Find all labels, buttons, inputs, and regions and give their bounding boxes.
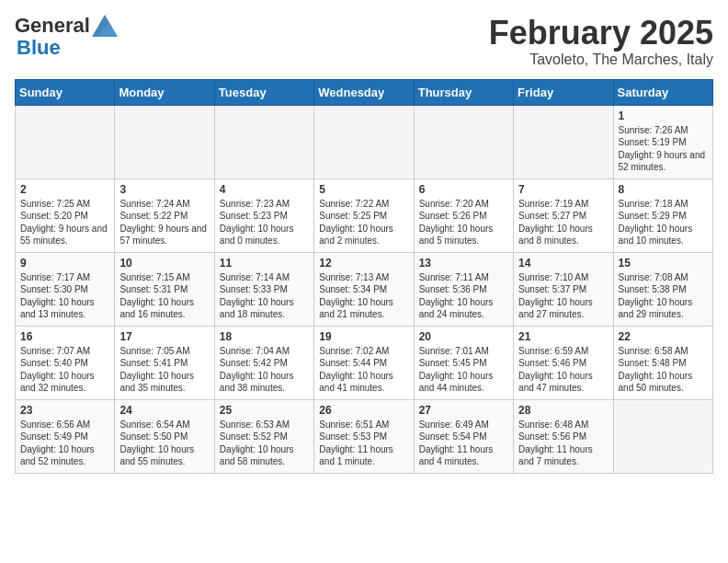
calendar-cell: [115, 105, 214, 178]
calendar-cell: 4Sunrise: 7:23 AM Sunset: 5:23 PM Daylig…: [214, 178, 313, 252]
day-info: Sunrise: 7:26 AM Sunset: 5:19 PM Dayligh…: [619, 124, 708, 174]
calendar-cell: 18Sunrise: 7:04 AM Sunset: 5:42 PM Dayli…: [214, 326, 313, 399]
logo-icon: [92, 15, 118, 37]
calendar-cell: [414, 105, 513, 178]
calendar-week-4: 16Sunrise: 7:07 AM Sunset: 5:40 PM Dayli…: [16, 326, 713, 399]
calendar-title: February 2025: [489, 15, 713, 52]
calendar-cell: 27Sunrise: 6:49 AM Sunset: 5:54 PM Dayli…: [414, 399, 513, 473]
day-number: 4: [220, 183, 309, 196]
day-info: Sunrise: 6:59 AM Sunset: 5:46 PM Dayligh…: [518, 345, 608, 395]
calendar-cell: 5Sunrise: 7:22 AM Sunset: 5:25 PM Daylig…: [314, 178, 414, 252]
calendar-cell: 16Sunrise: 7:07 AM Sunset: 5:40 PM Dayli…: [16, 326, 115, 399]
calendar-cell: 2Sunrise: 7:25 AM Sunset: 5:20 PM Daylig…: [16, 178, 115, 252]
day-number: 23: [20, 404, 109, 417]
calendar-cell: 24Sunrise: 6:54 AM Sunset: 5:50 PM Dayli…: [115, 399, 214, 473]
day-info: Sunrise: 6:54 AM Sunset: 5:50 PM Dayligh…: [119, 419, 209, 468]
calendar-cell: 10Sunrise: 7:15 AM Sunset: 5:31 PM Dayli…: [115, 252, 214, 326]
calendar-cell: [514, 105, 613, 178]
logo-blue: Blue: [17, 36, 61, 59]
day-number: 1: [619, 109, 708, 122]
day-info: Sunrise: 7:08 AM Sunset: 5:38 PM Dayligh…: [619, 271, 708, 321]
day-number: 13: [419, 257, 508, 270]
day-number: 16: [20, 330, 109, 343]
calendar-cell: 17Sunrise: 7:05 AM Sunset: 5:41 PM Dayli…: [115, 326, 214, 399]
day-number: 25: [220, 404, 309, 417]
calendar-cell: 23Sunrise: 6:56 AM Sunset: 5:49 PM Dayli…: [16, 399, 115, 473]
calendar-week-5: 23Sunrise: 6:56 AM Sunset: 5:49 PM Dayli…: [16, 399, 713, 473]
header-tuesday: Tuesday: [214, 79, 313, 105]
day-info: Sunrise: 7:13 AM Sunset: 5:34 PM Dayligh…: [319, 271, 408, 321]
calendar-cell: 1Sunrise: 7:26 AM Sunset: 5:19 PM Daylig…: [613, 105, 712, 178]
calendar-cell: 13Sunrise: 7:11 AM Sunset: 5:36 PM Dayli…: [414, 252, 513, 326]
day-number: 7: [518, 183, 608, 196]
calendar-subtitle: Tavoleto, The Marches, Italy: [489, 52, 713, 68]
day-info: Sunrise: 7:17 AM Sunset: 5:30 PM Dayligh…: [20, 271, 109, 321]
day-info: Sunrise: 7:18 AM Sunset: 5:29 PM Dayligh…: [619, 198, 708, 247]
day-number: 15: [619, 257, 708, 270]
calendar-cell: 3Sunrise: 7:24 AM Sunset: 5:22 PM Daylig…: [115, 178, 214, 252]
calendar-week-1: 1Sunrise: 7:26 AM Sunset: 5:19 PM Daylig…: [16, 105, 713, 178]
day-number: 27: [419, 404, 508, 417]
day-info: Sunrise: 7:22 AM Sunset: 5:25 PM Dayligh…: [319, 198, 408, 247]
calendar-cell: 26Sunrise: 6:51 AM Sunset: 5:53 PM Dayli…: [314, 399, 414, 473]
day-info: Sunrise: 7:20 AM Sunset: 5:26 PM Dayligh…: [419, 198, 508, 247]
calendar-cell: [214, 105, 313, 178]
day-number: 22: [619, 330, 708, 343]
day-number: 10: [119, 257, 209, 270]
day-info: Sunrise: 6:49 AM Sunset: 5:54 PM Dayligh…: [419, 419, 508, 468]
calendar-week-3: 9Sunrise: 7:17 AM Sunset: 5:30 PM Daylig…: [16, 252, 713, 326]
calendar-cell: 6Sunrise: 7:20 AM Sunset: 5:26 PM Daylig…: [414, 178, 513, 252]
day-info: Sunrise: 7:07 AM Sunset: 5:40 PM Dayligh…: [20, 345, 109, 395]
day-number: 19: [319, 330, 408, 343]
calendar-cell: 7Sunrise: 7:19 AM Sunset: 5:27 PM Daylig…: [514, 178, 613, 252]
calendar-cell: 11Sunrise: 7:14 AM Sunset: 5:33 PM Dayli…: [214, 252, 313, 326]
day-number: 2: [20, 183, 109, 196]
header-friday: Friday: [514, 79, 613, 105]
header-wednesday: Wednesday: [314, 79, 414, 105]
day-number: 28: [518, 404, 608, 417]
day-info: Sunrise: 7:05 AM Sunset: 5:41 PM Dayligh…: [119, 345, 209, 395]
day-info: Sunrise: 6:58 AM Sunset: 5:48 PM Dayligh…: [619, 345, 708, 395]
calendar-table: Sunday Monday Tuesday Wednesday Thursday…: [15, 79, 713, 474]
day-number: 17: [119, 330, 209, 343]
calendar-cell: 19Sunrise: 7:02 AM Sunset: 5:44 PM Dayli…: [314, 326, 414, 399]
day-info: Sunrise: 7:24 AM Sunset: 5:22 PM Dayligh…: [119, 198, 209, 247]
title-area: February 2025 Tavoleto, The Marches, Ita…: [489, 15, 713, 68]
day-number: 21: [518, 330, 608, 343]
header-sunday: Sunday: [16, 79, 115, 105]
day-number: 9: [20, 257, 109, 270]
header: General Blue February 2025 Tavoleto, The…: [15, 15, 713, 68]
day-number: 12: [319, 257, 408, 270]
calendar-cell: 9Sunrise: 7:17 AM Sunset: 5:30 PM Daylig…: [16, 252, 115, 326]
header-saturday: Saturday: [613, 79, 712, 105]
day-number: 24: [119, 404, 209, 417]
day-number: 6: [419, 183, 508, 196]
day-info: Sunrise: 7:04 AM Sunset: 5:42 PM Dayligh…: [220, 345, 309, 395]
calendar-cell: 14Sunrise: 7:10 AM Sunset: 5:37 PM Dayli…: [514, 252, 613, 326]
day-number: 26: [319, 404, 408, 417]
calendar-cell: 22Sunrise: 6:58 AM Sunset: 5:48 PM Dayli…: [613, 326, 712, 399]
day-info: Sunrise: 6:48 AM Sunset: 5:56 PM Dayligh…: [518, 419, 608, 468]
day-number: 5: [319, 183, 408, 196]
calendar-week-2: 2Sunrise: 7:25 AM Sunset: 5:20 PM Daylig…: [16, 178, 713, 252]
calendar-cell: [314, 105, 414, 178]
day-info: Sunrise: 6:51 AM Sunset: 5:53 PM Dayligh…: [319, 419, 408, 468]
day-number: 20: [419, 330, 508, 343]
day-info: Sunrise: 7:02 AM Sunset: 5:44 PM Dayligh…: [319, 345, 408, 395]
day-info: Sunrise: 7:15 AM Sunset: 5:31 PM Dayligh…: [119, 271, 209, 321]
day-info: Sunrise: 7:10 AM Sunset: 5:37 PM Dayligh…: [518, 271, 608, 321]
calendar-cell: 28Sunrise: 6:48 AM Sunset: 5:56 PM Dayli…: [514, 399, 613, 473]
day-info: Sunrise: 7:14 AM Sunset: 5:33 PM Dayligh…: [220, 271, 309, 321]
day-info: Sunrise: 6:53 AM Sunset: 5:52 PM Dayligh…: [220, 419, 309, 468]
header-thursday: Thursday: [414, 79, 513, 105]
calendar-cell: 25Sunrise: 6:53 AM Sunset: 5:52 PM Dayli…: [214, 399, 313, 473]
day-info: Sunrise: 6:56 AM Sunset: 5:49 PM Dayligh…: [20, 419, 109, 468]
calendar-cell: 12Sunrise: 7:13 AM Sunset: 5:34 PM Dayli…: [314, 252, 414, 326]
calendar-cell: 8Sunrise: 7:18 AM Sunset: 5:29 PM Daylig…: [613, 178, 712, 252]
logo: General Blue: [15, 15, 118, 59]
day-number: 3: [119, 183, 209, 196]
calendar-cell: [613, 399, 712, 473]
calendar-header-row: Sunday Monday Tuesday Wednesday Thursday…: [16, 79, 713, 105]
calendar-cell: 15Sunrise: 7:08 AM Sunset: 5:38 PM Dayli…: [613, 252, 712, 326]
day-info: Sunrise: 7:25 AM Sunset: 5:20 PM Dayligh…: [20, 198, 109, 247]
